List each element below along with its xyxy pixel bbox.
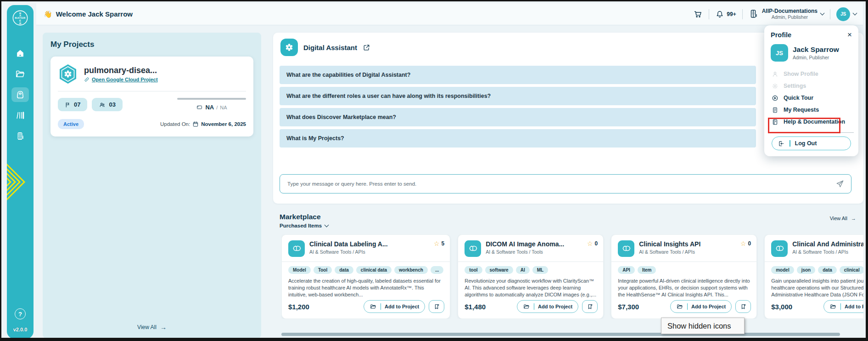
sidebar: BAYER B A E R	[7, 5, 34, 339]
brain-icon	[771, 240, 788, 257]
org-building-icon	[749, 9, 759, 19]
suggested-question[interactable]: What are the capabilities of Digital Ass…	[280, 66, 756, 84]
bell-icon	[715, 10, 724, 19]
card-rating: ☆ 0	[740, 240, 751, 247]
folder-icon	[676, 303, 683, 310]
card-tags: API Item	[618, 266, 750, 274]
assistant-open-external-button[interactable]	[363, 44, 370, 51]
card-title[interactable]: Clinical And Administrati...	[792, 240, 863, 248]
marketplace-card[interactable]: Clinical Insights API AI & Software Tool…	[611, 234, 757, 319]
suggested-questions: What are the capabilities of Digital Ass…	[280, 66, 756, 148]
card-title[interactable]: Clinical Insights API	[639, 240, 700, 248]
brain-icon	[465, 240, 481, 257]
open-cloud-project-link[interactable]: Open Google Cloud Project	[84, 77, 158, 82]
card-title[interactable]: DICOM AI Image Anoma...	[486, 240, 564, 248]
bookmark-add-button[interactable]	[582, 300, 598, 313]
chat-input[interactable]	[286, 181, 835, 187]
arrow-right-icon: →	[851, 216, 856, 221]
suggested-question[interactable]: What does Discover Marketplace mean?	[280, 108, 756, 126]
project-name[interactable]: pulmonary-disea...	[84, 66, 158, 75]
projects-view-all-button[interactable]: View All →	[43, 324, 261, 331]
card-category: AI & Software Tools / APIs	[639, 249, 700, 255]
notification-count: 99+	[727, 11, 736, 17]
send-button[interactable]	[835, 179, 845, 188]
top-bar: 👋 Welcome Jack Sparrow 99+ AIIP-Document…	[36, 3, 863, 25]
menu-item-settings: Settings	[764, 80, 858, 92]
sidebar-item-projects[interactable]	[11, 67, 29, 81]
flags-stat: 07	[58, 98, 87, 111]
profile-button[interactable]: JS	[836, 7, 857, 21]
add-to-project-button[interactable]: Add to Project	[823, 300, 863, 313]
sidebar-item-library[interactable]	[11, 108, 29, 123]
tag[interactable]: software	[485, 266, 513, 274]
chevron-down-icon	[820, 11, 825, 16]
cart-button[interactable]	[693, 9, 703, 19]
bookmark-plus-icon	[740, 303, 747, 310]
card-title[interactable]: Clinical Data Labeling A...	[309, 240, 388, 248]
card-tags: tool software AI ML	[465, 266, 597, 274]
wave-icon: 👋	[44, 10, 52, 18]
chevron-down-icon	[853, 11, 857, 16]
marketplace-view-all-button[interactable]: View All →	[830, 216, 856, 221]
card-price: $7,300	[618, 303, 639, 311]
menu-item-quick-tour[interactable]: Quick Tour	[764, 92, 858, 104]
sidebar-item-organization[interactable]	[11, 129, 29, 143]
tag[interactable]: AI	[516, 266, 530, 274]
org-name: AIIP-Documentations	[762, 8, 818, 14]
tag[interactable]: data	[335, 266, 353, 274]
marketplace-card[interactable]: Clinical Data Labeling A... AI & Softwar…	[281, 234, 450, 319]
add-to-project-button[interactable]: Add to Project	[364, 300, 426, 313]
bookmark-plus-icon	[587, 303, 594, 310]
add-to-project-button[interactable]: Add to Project	[670, 300, 732, 313]
tag[interactable]: clinical data	[356, 266, 392, 274]
svg-text:R: R	[19, 22, 22, 25]
marketplace-card[interactable]: Clinical And Administrati... AI & Softwa…	[764, 234, 863, 319]
marketplace-title: Marketplace	[280, 213, 328, 221]
folder-icon	[829, 303, 837, 310]
tag[interactable]: ...	[431, 266, 443, 274]
menu-item-show-profile: Show Profile	[764, 68, 858, 80]
tag[interactable]: ML	[532, 266, 548, 274]
org-switcher[interactable]: AIIP-Documentations Admin, Publisher	[749, 8, 824, 20]
purchased-items-dropdown[interactable]: Purchased Items	[280, 223, 328, 228]
sidebar-item-home[interactable]	[11, 46, 29, 61]
bayer-logo[interactable]: BAYER B A E R	[10, 7, 31, 28]
tag[interactable]: tool	[465, 266, 482, 274]
add-to-project-button[interactable]: Add to Project	[517, 300, 579, 313]
card-rating: ☆ 0	[587, 240, 598, 247]
tag[interactable]: Item	[638, 266, 656, 274]
marketplace-card[interactable]: DICOM AI Image Anoma... AI & Software To…	[458, 234, 604, 319]
sidebar-nav	[11, 46, 29, 143]
logout-button[interactable]: Log Out	[772, 136, 851, 150]
tag[interactable]: model	[771, 266, 794, 274]
card-description: Revolutionize your diagnostic workflow w…	[465, 278, 597, 299]
tag[interactable]: clinical	[840, 266, 863, 274]
bookmark-add-button[interactable]	[735, 300, 751, 313]
horizontal-scrollbar[interactable]	[281, 333, 840, 336]
profile-name: Jack Sparrow	[793, 45, 839, 54]
project-card[interactable]: pulmonary-disea... Open Google Cloud Pro…	[50, 57, 253, 136]
suggested-question[interactable]: What are the different roles a user can …	[280, 87, 756, 105]
tag[interactable]: Tool	[314, 266, 332, 274]
home-icon	[15, 48, 25, 58]
bookmark-add-button[interactable]	[429, 300, 444, 313]
tag[interactable]: Model	[288, 266, 311, 274]
app-window: BAYER B A E R	[0, 0, 868, 341]
org-roles: Admin, Publisher	[762, 14, 818, 20]
wallet-icon	[196, 104, 203, 110]
card-description: Gain unparalleled insights into patient …	[771, 278, 863, 299]
divider	[840, 303, 841, 310]
tag[interactable]: json	[797, 266, 816, 274]
tag[interactable]: data	[818, 266, 837, 274]
suggested-question[interactable]: What is My Projects?	[280, 129, 756, 148]
sidebar-item-marketplace[interactable]	[11, 87, 29, 102]
menu-item-my-requests[interactable]: My Requests	[764, 104, 858, 116]
notifications-button[interactable]: 99+	[715, 10, 736, 19]
card-tags: model json data clinical	[771, 266, 863, 274]
close-icon[interactable]: ×	[847, 31, 852, 39]
chevron-down-icon	[325, 222, 329, 227]
tag[interactable]: API	[618, 266, 635, 274]
tag[interactable]: workbench	[394, 266, 428, 274]
card-rating: ☆ 5	[434, 240, 444, 247]
help-icon[interactable]: ?	[15, 308, 26, 319]
